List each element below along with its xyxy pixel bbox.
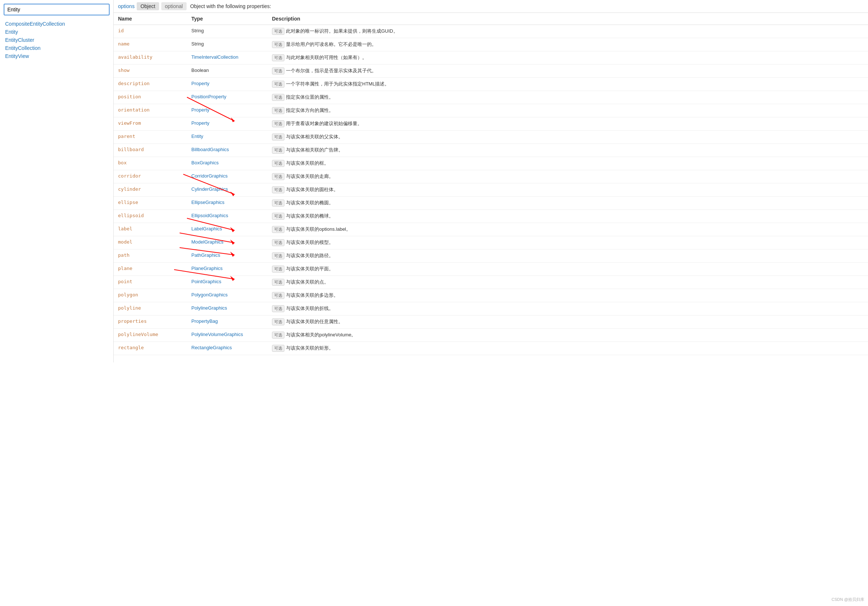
table-row: modelModelGraphics可选与该实体关联的模型。 — [114, 236, 868, 249]
badge-optional: 可选 — [272, 134, 284, 140]
prop-name: plane — [118, 266, 132, 271]
type-link[interactable]: PolylineGraphics — [191, 305, 227, 311]
desc-text: 与该实体相关的polylineVolume。 — [286, 332, 356, 337]
desc-text: 与该实体关联的任意属性。 — [286, 319, 343, 324]
prop-name: availability — [118, 54, 152, 60]
prop-name: polylineVolume — [118, 332, 158, 337]
prop-name: cylinder — [118, 186, 141, 192]
type-link[interactable]: PropertyBag — [191, 319, 218, 324]
desc-text: 一个字符串属性，用于为此实体指定HTML描述。 — [286, 81, 389, 87]
prop-name: path — [118, 252, 129, 258]
badge-optional: 可选 — [272, 213, 284, 220]
badge-optional: 可选 — [272, 186, 284, 193]
desc-text: 与该实体关联的折线。 — [286, 306, 333, 311]
badge-optional: 可选 — [272, 120, 284, 127]
prop-name: position — [118, 94, 141, 99]
badge-optional: 可选 — [272, 147, 284, 154]
prop-name: label — [118, 226, 132, 232]
desc-text: 与该实体关联的走廊。 — [286, 174, 333, 179]
desc-text: 指定实体方向的属性。 — [286, 107, 333, 113]
col-desc: Description — [268, 13, 868, 25]
type-link[interactable]: EllipsoidGraphics — [191, 213, 228, 218]
badge-optional: 可选 — [272, 252, 284, 259]
type-link[interactable]: PositionProperty — [191, 94, 226, 99]
type-link[interactable]: PointGraphics — [191, 279, 222, 284]
type-plain: Boolean — [191, 67, 209, 73]
desc-text: 与该实体关联的椭球。 — [286, 213, 333, 219]
sidebar-item[interactable]: EntityCollection — [4, 44, 110, 52]
sidebar-item[interactable]: CompositeEntityCollection — [4, 20, 110, 28]
type-link[interactable]: RectangleGraphics — [191, 345, 232, 350]
prop-name: parent — [118, 134, 135, 139]
type-link[interactable]: ModelGraphics — [191, 239, 223, 245]
table-row: pointPointGraphics可选与该实体关联的点。 — [114, 276, 868, 289]
prop-name: id — [118, 28, 124, 33]
type-link[interactable]: Property — [191, 120, 209, 126]
badge-optional: 可选 — [272, 160, 284, 167]
type-link[interactable]: EllipseGraphics — [191, 200, 224, 205]
prop-name: rectangle — [118, 345, 144, 350]
type-link[interactable]: LabelGraphics — [191, 226, 222, 232]
table-row: idString可选此对象的唯一标识符。如果未提供，则将生成GUID。 — [114, 25, 868, 38]
type-link[interactable]: Property — [191, 81, 209, 86]
badge-optional: 可选 — [272, 54, 284, 61]
badge-optional: 可选 — [272, 107, 284, 114]
type-link[interactable]: CylinderGraphics — [191, 186, 228, 192]
badge-optional: 可选 — [272, 81, 284, 88]
sidebar-item[interactable]: Entity — [4, 28, 110, 36]
prop-name: billboard — [118, 147, 144, 152]
tab-object[interactable]: Object — [137, 2, 159, 10]
col-name: Name — [114, 13, 187, 25]
table-row: rectangleRectangleGraphics可选与该实体关联的矩形。 — [114, 342, 868, 355]
desc-text: 用于查看该对象的建议初始偏移量。 — [286, 121, 362, 126]
prop-name: point — [118, 279, 132, 284]
type-link[interactable]: Property — [191, 107, 209, 113]
table-row: ellipseEllipseGraphics可选与该实体关联的椭圆。 — [114, 197, 868, 210]
sidebar: CompositeEntityCollectionEntityEntityClu… — [0, 0, 114, 362]
type-link[interactable]: Entity — [191, 134, 203, 139]
content-area: Name Type Description idString可选此对象的唯一标识… — [114, 13, 868, 362]
search-input[interactable] — [4, 4, 110, 16]
desc-text: 与该实体关联的模型。 — [286, 239, 333, 245]
prop-name: orientation — [118, 107, 150, 113]
badge-optional: 可选 — [272, 28, 284, 35]
prop-name: ellipsoid — [118, 213, 144, 218]
sidebar-item[interactable]: EntityCluster — [4, 36, 110, 44]
sidebar-list: CompositeEntityCollectionEntityEntityClu… — [4, 20, 110, 60]
col-type: Type — [187, 13, 268, 25]
type-link[interactable]: CorridorGraphics — [191, 173, 228, 179]
desc-text: 与该实体关联的椭圆。 — [286, 200, 333, 205]
type-plain: String — [191, 41, 204, 47]
tab-options[interactable]: options — [118, 3, 135, 9]
type-link[interactable]: BillboardGraphics — [191, 147, 229, 152]
prop-name: polyline — [118, 305, 141, 311]
badge-optional: 可选 — [272, 319, 284, 325]
table-row: boxBoxGraphics可选与该实体关联的框。 — [114, 157, 868, 170]
prop-name: properties — [118, 319, 147, 324]
desc-text: 与该实体关联的点。 — [286, 279, 329, 285]
badge-optional: 可选 — [272, 173, 284, 180]
type-link[interactable]: BoxGraphics — [191, 160, 219, 165]
table-row: cylinderCylinderGraphics可选与该实体关联的圆柱体。 — [114, 183, 868, 197]
desc-text: 与此对象相关联的可用性（如果有）。 — [286, 54, 367, 60]
type-link[interactable]: PathGraphics — [191, 252, 220, 258]
type-link[interactable]: PlaneGraphics — [191, 266, 223, 271]
table-row: positionPositionProperty可选指定实体位置的属性。 — [114, 91, 868, 104]
badge-optional: 可选 — [272, 292, 284, 299]
type-link[interactable]: TimeIntervalCollection — [191, 54, 238, 60]
desc-text: 与该实体关联的多边形。 — [286, 292, 338, 298]
type-link[interactable]: PolygonGraphics — [191, 292, 228, 297]
desc-text: 指定实体位置的属性。 — [286, 94, 333, 100]
table-row: descriptionProperty可选一个字符串属性，用于为此实体指定HTM… — [114, 78, 868, 91]
desc-text: 与该实体关联的options.label。 — [286, 226, 351, 232]
type-link[interactable]: PolylineVolumeGraphics — [191, 332, 243, 337]
desc-text: 与该实体关联的平面。 — [286, 266, 333, 272]
tab-optional: optional — [161, 2, 187, 10]
topbar-desc: Object with the following properties: — [190, 3, 271, 9]
sidebar-item[interactable]: EntityView — [4, 52, 110, 60]
prop-name: description — [118, 81, 150, 86]
desc-text: 与该实体相关联的广告牌。 — [286, 147, 343, 152]
desc-text: 显示给用户的可读名称。它不必是唯一的。 — [286, 42, 377, 47]
table-row: nameString可选显示给用户的可读名称。它不必是唯一的。 — [114, 38, 868, 51]
table-row: ellipsoidEllipsoidGraphics可选与该实体关联的椭球。 — [114, 210, 868, 223]
